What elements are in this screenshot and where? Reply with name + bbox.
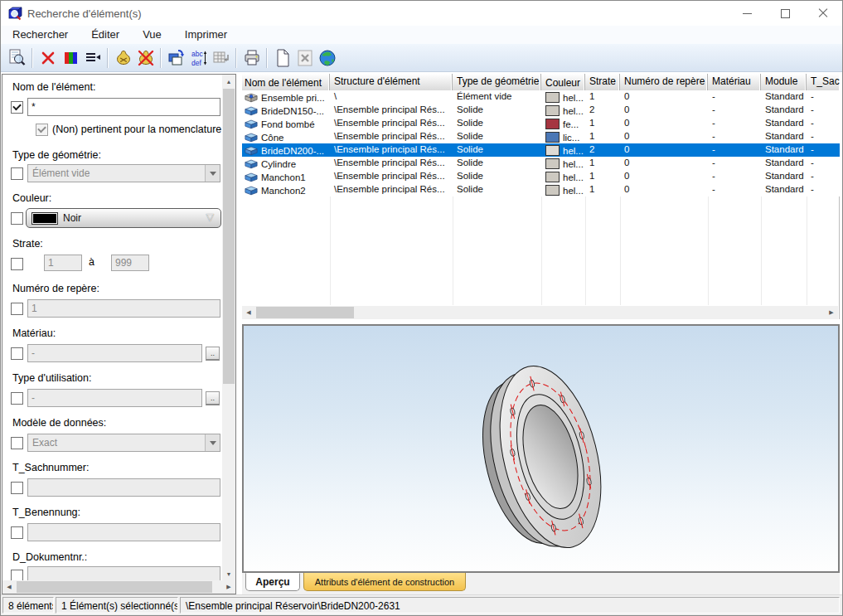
cell-couleur: hel... bbox=[541, 183, 585, 196]
column-header-name[interactable]: Nom de l'élément bbox=[242, 74, 330, 90]
table-row[interactable]: Manchon1\Ensemble principal Rés...Solide… bbox=[242, 170, 840, 183]
delete-icon bbox=[38, 48, 58, 68]
scroll-left-icon[interactable]: ◀ bbox=[2, 580, 16, 594]
minimize-button[interactable] bbox=[728, 1, 766, 26]
benennung-input[interactable] bbox=[27, 523, 220, 541]
app-icon bbox=[7, 6, 22, 21]
tab-attributs[interactable]: Attributs d'élément de construction bbox=[303, 573, 466, 591]
close-button[interactable] bbox=[804, 1, 842, 26]
scroll-thumb[interactable] bbox=[223, 89, 235, 384]
materiau-filter-checkbox[interactable] bbox=[11, 347, 23, 360]
menu-editer[interactable]: Éditer bbox=[80, 26, 131, 44]
color-swatch bbox=[545, 145, 560, 156]
search-preview-button[interactable] bbox=[6, 46, 28, 70]
bag-button[interactable] bbox=[112, 46, 134, 70]
menu-imprimer[interactable]: Imprimer bbox=[173, 26, 239, 44]
repere-input[interactable] bbox=[27, 299, 220, 318]
strate-filter-checkbox[interactable] bbox=[11, 258, 23, 270]
cell-materiau: - bbox=[708, 183, 761, 196]
utilisation-input[interactable] bbox=[27, 389, 202, 407]
column-header-repere[interactable]: Numéro de repère bbox=[620, 74, 708, 90]
cell-structure: \Ensemble principal Rés... bbox=[330, 130, 453, 143]
scroll-right-icon[interactable]: ▶ bbox=[825, 306, 838, 319]
sachnummer-input[interactable] bbox=[27, 478, 220, 497]
cell-strate: 1 bbox=[585, 130, 620, 143]
delete-button[interactable] bbox=[36, 46, 59, 70]
menu-vue[interactable]: Vue bbox=[131, 26, 173, 44]
table-row[interactable]: Cône\Ensemble principal Rés...Solidelic.… bbox=[242, 130, 840, 143]
utilisation-browse-button[interactable]: .. bbox=[206, 391, 220, 405]
table-row[interactable]: Manchon2\Ensemble principal Rés...Solide… bbox=[242, 183, 840, 196]
column-header-structure[interactable]: Structure d'élément bbox=[330, 74, 453, 90]
new-document-button[interactable] bbox=[271, 46, 293, 70]
sachnummer-filter-checkbox[interactable] bbox=[11, 482, 23, 494]
filter-vertical-scrollbar[interactable]: ▲ ▼ bbox=[222, 75, 235, 580]
cell-strate: 2 bbox=[585, 104, 620, 117]
cell-tsac: - bbox=[807, 183, 840, 196]
rename-abc-icon: abc def bbox=[189, 48, 209, 68]
scroll-down-icon[interactable]: ▼ bbox=[222, 567, 235, 580]
column-header-couleur[interactable]: Couleur bbox=[541, 74, 585, 90]
column-header-materiau[interactable]: Matériau bbox=[708, 74, 761, 90]
scroll-right-icon[interactable]: ▶ bbox=[222, 580, 235, 594]
cell-name: Cylindre bbox=[242, 157, 330, 170]
table-row[interactable]: Ensemble pri...\Élément videhel...10-Sta… bbox=[242, 90, 840, 104]
color-filter-checkbox[interactable] bbox=[11, 212, 23, 225]
strate-to-input[interactable] bbox=[111, 255, 149, 271]
color-swatch bbox=[545, 132, 560, 143]
flange-3d-preview[interactable] bbox=[244, 326, 838, 571]
benennung-filter-checkbox[interactable] bbox=[11, 526, 23, 539]
repere-filter-checkbox[interactable] bbox=[11, 303, 23, 315]
column-header-strate[interactable]: Strate bbox=[585, 74, 620, 90]
table-row[interactable]: Cylindre\Ensemble principal Rés...Solide… bbox=[242, 157, 840, 170]
strate-from-input[interactable] bbox=[44, 255, 82, 271]
cell-geometry: Solide bbox=[453, 183, 541, 196]
table-row[interactable]: BrideDN200-...\Ensemble principal Rés...… bbox=[242, 143, 840, 157]
column-header-geometry[interactable]: Type de géométrie bbox=[453, 74, 541, 90]
geometry-select[interactable]: Élément vide bbox=[27, 164, 220, 182]
cell-module: Standard bbox=[761, 104, 807, 117]
print-button[interactable] bbox=[240, 46, 263, 70]
colors-icon bbox=[61, 48, 80, 68]
list-insert-button[interactable] bbox=[81, 46, 104, 70]
cell-repere: 0 bbox=[620, 170, 708, 183]
colors-button[interactable] bbox=[59, 46, 81, 70]
materiau-browse-button[interactable]: .. bbox=[206, 347, 220, 361]
scroll-thumb[interactable] bbox=[256, 307, 354, 318]
field-label-name: Nom de l'élément: bbox=[12, 81, 95, 93]
cell-name: BrideDN200-... bbox=[242, 143, 330, 157]
scroll-left-icon[interactable]: ◀ bbox=[242, 306, 255, 319]
table-row[interactable]: Fond bombé\Ensemble principal Rés...Soli… bbox=[242, 117, 840, 130]
color-select[interactable]: Noir ▽ bbox=[26, 208, 221, 228]
materiau-input[interactable] bbox=[27, 344, 202, 362]
column-header-module[interactable]: Module bbox=[761, 74, 807, 90]
modele-select[interactable]: Exact bbox=[27, 434, 220, 452]
maximize-button[interactable] bbox=[766, 1, 804, 26]
modele-filter-checkbox[interactable] bbox=[11, 437, 23, 449]
cell-name: Fond bombé bbox=[242, 117, 330, 130]
utilisation-filter-checkbox[interactable] bbox=[11, 392, 23, 405]
globe-button[interactable] bbox=[316, 46, 338, 70]
color-swatch bbox=[545, 158, 560, 169]
name-filter-input[interactable] bbox=[27, 98, 220, 116]
table-row[interactable]: BrideDN150-...\Ensemble principal Rés...… bbox=[242, 104, 840, 117]
copy-elements-button[interactable] bbox=[165, 46, 187, 70]
geometry-filter-checkbox[interactable] bbox=[11, 167, 23, 180]
scroll-thumb[interactable] bbox=[17, 581, 212, 593]
rename-abc-button[interactable]: abc def bbox=[187, 46, 210, 70]
preview-panel bbox=[242, 324, 840, 573]
preview-tabbar: Aperçu Attributs d'élément de constructi… bbox=[242, 573, 840, 594]
nomenclature-checkbox[interactable] bbox=[36, 124, 48, 136]
bag-delete-button[interactable] bbox=[134, 46, 157, 70]
excel-button[interactable] bbox=[293, 46, 316, 70]
scroll-up-icon[interactable]: ▲ bbox=[222, 75, 235, 88]
table-horizontal-scrollbar[interactable]: ◀ ▶ bbox=[242, 306, 838, 319]
cell-name: Ensemble pri... bbox=[242, 90, 330, 104]
table-apply-button[interactable] bbox=[210, 46, 232, 70]
tab-apercu[interactable]: Aperçu bbox=[245, 573, 300, 591]
status-selected-path: \Ensemble principal Réservoir\BrideDN200… bbox=[180, 597, 840, 614]
column-header-tsac[interactable]: T_Sac bbox=[807, 74, 840, 90]
filter-horizontal-scrollbar[interactable]: ◀ ▶ bbox=[2, 580, 235, 594]
name-filter-checkbox[interactable] bbox=[11, 101, 23, 114]
menu-rechercher[interactable]: Rechercher bbox=[1, 26, 80, 44]
